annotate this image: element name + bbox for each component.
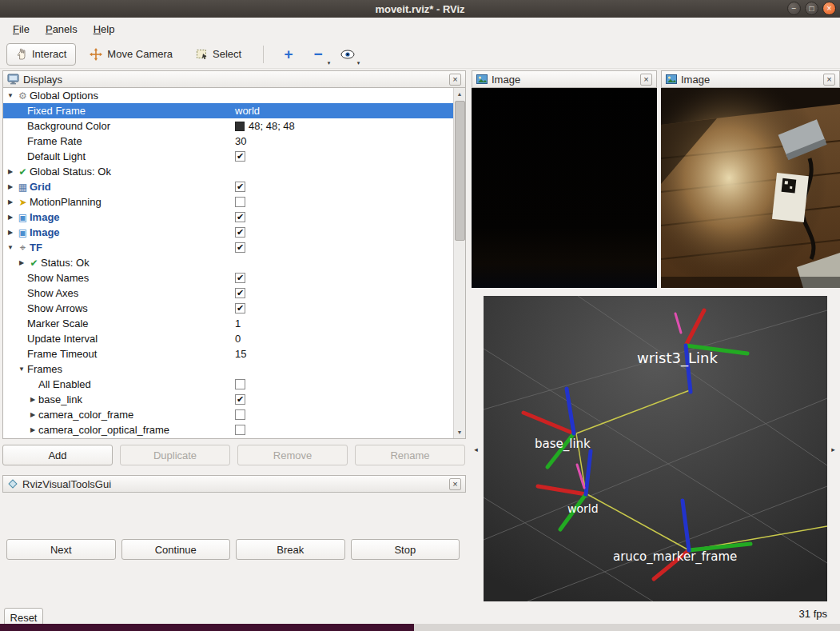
move-camera-tool-button[interactable]: Move Camera <box>80 43 182 66</box>
window-title: moveit.rviz* - RViz <box>375 3 464 15</box>
expander-right-icon[interactable]: ▶ <box>5 198 16 206</box>
background-window-edge <box>0 624 414 631</box>
move-camera-label: Move Camera <box>107 48 173 60</box>
expander-right-icon[interactable]: ▶ <box>5 183 16 190</box>
tree-row-update-interval[interactable]: Update Interval0 <box>3 331 453 346</box>
checkbox-checked[interactable]: ✔ <box>235 182 245 192</box>
property-value[interactable]: 1 <box>235 317 241 329</box>
expander-down-icon[interactable]: ▼ <box>5 244 16 251</box>
tree-row-tf[interactable]: ▼⌖TF✔ <box>3 240 453 255</box>
checkbox-checked[interactable]: ✔ <box>235 273 245 283</box>
checkbox-checked[interactable]: ✔ <box>235 227 245 238</box>
menu-help[interactable]: Help <box>86 20 123 38</box>
tree-row-show-arrows[interactable]: Show Arrows✔ <box>3 301 453 316</box>
visual-tools-close-button[interactable]: × <box>449 478 461 490</box>
break-button[interactable]: Break <box>236 539 345 560</box>
expander-right-icon[interactable]: ▶ <box>5 214 16 221</box>
checkbox-checked[interactable]: ✔ <box>235 242 245 253</box>
stop-button[interactable]: Stop <box>351 539 460 560</box>
checkbox-unchecked[interactable] <box>235 409 245 420</box>
tree-row-camera-color-optical-frame[interactable]: ▶camera_color_optical_frame <box>3 422 453 437</box>
tree-row-show-axes[interactable]: Show Axes✔ <box>3 286 453 301</box>
checkbox-unchecked[interactable] <box>235 197 245 207</box>
checkbox-checked[interactable]: ✔ <box>235 303 245 314</box>
scroll-down-button[interactable]: ▼ <box>454 426 465 438</box>
tree-row-grid[interactable]: ▶▦Grid✔ <box>3 179 453 194</box>
remove-tool-button[interactable]: − ▾ <box>305 43 331 66</box>
gear-icon: ⚙ <box>16 90 30 102</box>
tree-row-show-names[interactable]: Show Names✔ <box>3 270 453 286</box>
add-tool-button[interactable]: + <box>276 43 301 66</box>
image-panel-1-header[interactable]: Image × <box>472 70 657 88</box>
tree-row-image[interactable]: ▶▣Image✔ <box>3 225 453 240</box>
expander-right-icon[interactable]: ▶ <box>5 168 16 175</box>
collapse-right-button[interactable]: ▸ <box>829 438 838 461</box>
checkbox-checked[interactable]: ✔ <box>235 212 245 222</box>
checkbox-checked[interactable]: ✔ <box>235 288 245 298</box>
tree-row-camera-color-frame[interactable]: ▶camera_color_frame <box>3 407 453 422</box>
property-value[interactable]: 48; 48; 48 <box>249 120 295 132</box>
displays-scrollbar[interactable]: ▲ ▼ <box>453 88 465 438</box>
tree-row-marker-scale[interactable]: Marker Scale1 <box>3 316 453 331</box>
displays-tree[interactable]: ▼⚙Global OptionsFixed FrameworldBackgrou… <box>2 88 466 439</box>
tree-row-fixed-frame[interactable]: Fixed Frameworld <box>3 103 453 118</box>
expander-right-icon[interactable]: ▶ <box>16 259 27 266</box>
tree-row-frame-rate[interactable]: Frame Rate30 <box>3 134 453 149</box>
tree-row-status-ok[interactable]: ▶✔Status: Ok <box>3 255 453 270</box>
menu-file[interactable]: File <box>5 20 38 38</box>
tree-row-frames[interactable]: ▼Frames <box>3 361 453 377</box>
check-icon: ✔ <box>27 258 41 269</box>
property-value[interactable]: world <box>235 105 260 117</box>
property-value[interactable]: 30 <box>235 135 246 147</box>
expander-right-icon[interactable]: ▶ <box>5 229 16 236</box>
tree-row-frame-timeout[interactable]: Frame Timeout15 <box>3 346 453 361</box>
visual-tools-panel-header[interactable]: RvizVisualToolsGui × <box>2 475 466 493</box>
checkbox-checked[interactable]: ✔ <box>235 151 245 162</box>
tree-row-global-status-ok[interactable]: ▶✔Global Status: Ok <box>3 164 453 179</box>
property-label: All Enabled <box>38 378 91 390</box>
visual-tools-button-row: NextContinueBreakStop <box>6 539 460 560</box>
expander-down-icon[interactable]: ▼ <box>16 365 27 373</box>
view-tool-button[interactable]: ▾ <box>335 43 360 66</box>
tree-row-all-enabled[interactable]: All Enabled <box>3 377 453 392</box>
expander-right-icon[interactable]: ▶ <box>27 396 38 403</box>
tf-label-world: world <box>567 502 599 515</box>
expander-right-icon[interactable]: ▶ <box>27 411 38 418</box>
interact-tool-button[interactable]: Interact <box>6 43 76 66</box>
expander-right-icon[interactable]: ▶ <box>27 426 38 433</box>
image-panel-2-close-button[interactable]: × <box>823 74 835 86</box>
property-label: Frames <box>27 363 62 375</box>
window-maximize-button[interactable]: □ <box>805 2 818 15</box>
select-tool-button[interactable]: Select <box>186 43 251 66</box>
tree-row-base-link[interactable]: ▶base_link✔ <box>3 392 453 407</box>
image-panel-1-close-button[interactable]: × <box>640 74 652 86</box>
menu-panels[interactable]: Panels <box>38 20 86 38</box>
tree-row-motionplanning[interactable]: ▶➤MotionPlanning <box>3 194 453 210</box>
window-close-button[interactable]: × <box>822 2 836 15</box>
checkbox-unchecked[interactable] <box>235 425 245 435</box>
add-button[interactable]: Add <box>2 445 113 465</box>
tree-row-image[interactable]: ▶▣Image✔ <box>3 210 453 225</box>
property-value[interactable]: 0 <box>235 333 241 345</box>
property-value[interactable]: 15 <box>235 348 246 360</box>
scroll-thumb[interactable] <box>455 101 465 241</box>
tree-row-default-light[interactable]: Default Light✔ <box>3 149 453 164</box>
displays-panel-header[interactable]: Displays × <box>2 70 466 88</box>
continue-button[interactable]: Continue <box>121 539 231 560</box>
checkbox-checked[interactable]: ✔ <box>235 394 245 405</box>
tree-row-background-color[interactable]: Background Color48; 48; 48 <box>3 118 453 134</box>
fps-counter: 31 fps <box>743 608 827 620</box>
displays-close-button[interactable]: × <box>449 74 461 86</box>
expander-down-icon[interactable]: ▼ <box>5 92 16 99</box>
window-minimize-button[interactable]: − <box>787 2 801 15</box>
next-button[interactable]: Next <box>6 539 116 560</box>
collapse-left-button[interactable]: ◂ <box>472 438 480 461</box>
caret-down-icon: ▾ <box>357 60 360 66</box>
tree-row-global-options[interactable]: ▼⚙Global Options <box>3 88 453 103</box>
checkbox-unchecked[interactable] <box>235 379 245 389</box>
image-panel-2-header[interactable]: Image × <box>661 70 840 88</box>
camera-image <box>661 88 840 288</box>
scroll-up-button[interactable]: ▲ <box>454 88 465 100</box>
3d-viewport[interactable]: wrist3_Link base_link world aruco_marker… <box>484 296 827 601</box>
image-panel-2-view <box>661 88 840 288</box>
